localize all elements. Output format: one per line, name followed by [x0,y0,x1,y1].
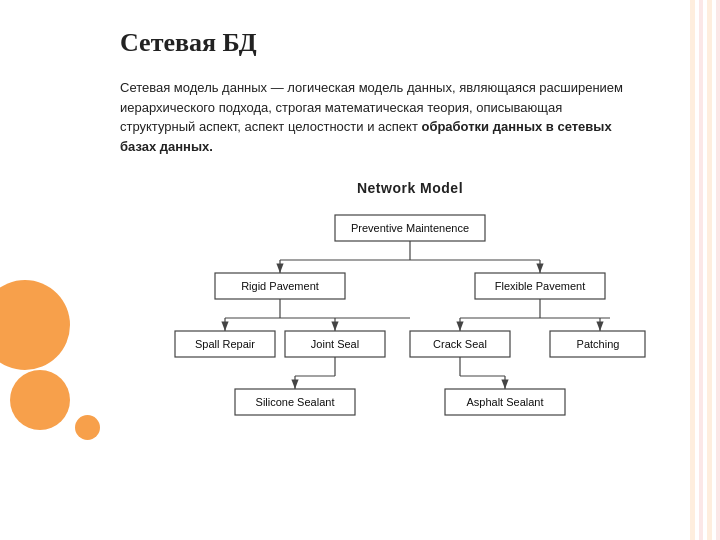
node-silicone-label: Silicone Sealant [256,396,335,408]
bar-orange-1 [690,0,695,540]
node-joint-label: Joint Seal [311,338,359,350]
diagram-title: Network Model [130,180,690,196]
node-crack-label: Crack Seal [433,338,487,350]
network-diagram: Preventive Maintenence Rigid Pavement Fl… [150,208,670,448]
page: Сетевая БД Сетевая модель данных — логич… [0,0,720,540]
page-title: Сетевая БД [120,28,640,58]
node-spall-label: Spall Repair [195,338,255,350]
bar-orange-2 [707,0,712,540]
node-flexible-label: Flexible Pavement [495,280,586,292]
description-text: Сетевая модель данных — логическая модел… [120,78,640,156]
diagram-container: Network Model Preventive Maintenence [130,180,690,448]
bar-decoration [690,0,720,540]
node-patching-label: Patching [577,338,620,350]
node-preventive-label: Preventive Maintenence [351,222,469,234]
node-rigid-label: Rigid Pavement [241,280,319,292]
main-content: Сетевая БД Сетевая модель данных — логич… [0,0,680,468]
bar-pink-1 [699,0,704,540]
bar-pink-2 [716,0,721,540]
node-asphalt-label: Asphalt Sealant [466,396,543,408]
